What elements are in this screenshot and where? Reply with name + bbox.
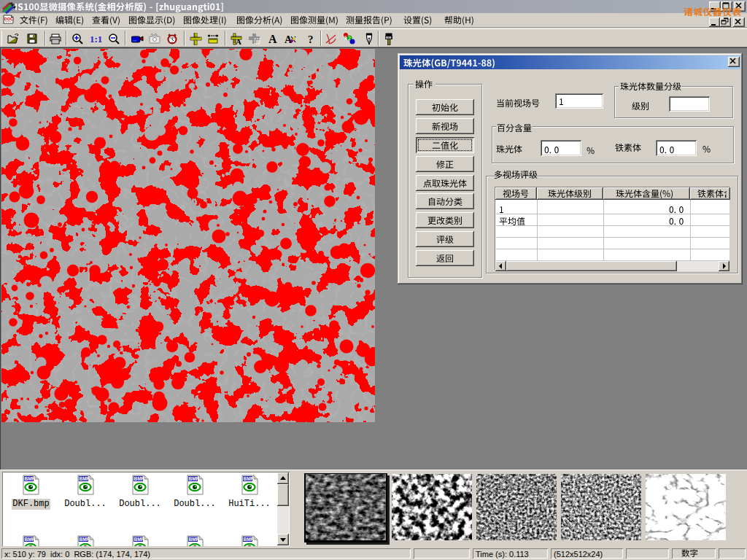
svg-text:A: A xyxy=(268,33,277,45)
svg-text:BMP: BMP xyxy=(244,537,255,542)
svg-text:A: A xyxy=(236,37,241,45)
svg-text:1: 1 xyxy=(344,35,347,40)
svg-text:3: 3 xyxy=(351,39,354,44)
svg-text:BMP: BMP xyxy=(134,476,145,481)
svg-text:1:1: 1:1 xyxy=(90,34,102,44)
svg-text:BMP: BMP xyxy=(25,476,36,481)
svg-text:BMP: BMP xyxy=(80,476,90,481)
svg-text:BMP: BMP xyxy=(189,537,200,542)
svg-text:BMP: BMP xyxy=(244,476,255,481)
svg-text:BMP: BMP xyxy=(25,537,36,542)
svg-text:BMP: BMP xyxy=(80,537,90,542)
svg-text:DOC: DOC xyxy=(4,17,13,21)
svg-text:?: ? xyxy=(308,34,314,45)
svg-text:BMP: BMP xyxy=(189,476,200,481)
svg-text:BMP: BMP xyxy=(134,537,145,542)
